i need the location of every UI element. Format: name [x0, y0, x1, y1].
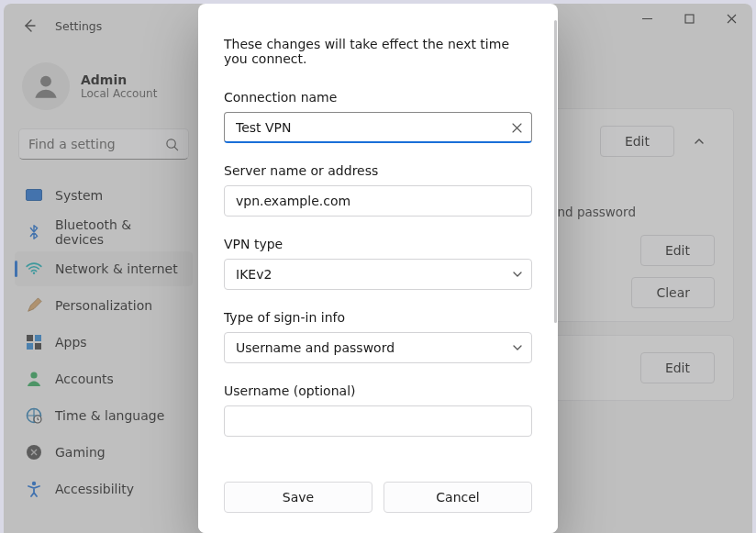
- vpn-type-value: IKEv2: [236, 267, 272, 282]
- server-input[interactable]: [224, 185, 532, 217]
- username-input[interactable]: [224, 405, 532, 437]
- edit-vpn-dialog: These changes will take effect the next …: [198, 4, 558, 533]
- dialog-footer: Save Cancel: [198, 469, 558, 533]
- dialog-scrollbar[interactable]: [554, 20, 557, 323]
- cancel-button[interactable]: Cancel: [384, 482, 532, 513]
- signin-type-select[interactable]: Username and password: [224, 332, 532, 363]
- signin-type-label: Type of sign-in info: [224, 310, 532, 325]
- field-server: Server name or address: [224, 163, 532, 217]
- field-signin-type: Type of sign-in info Username and passwo…: [224, 310, 532, 363]
- field-username: Username (optional): [224, 383, 532, 437]
- connection-name-label: Connection name: [224, 90, 532, 105]
- vpn-type-label: VPN type: [224, 237, 532, 251]
- server-label: Server name or address: [224, 163, 532, 178]
- username-label: Username (optional): [224, 383, 532, 398]
- field-vpn-type: VPN type IKEv2: [224, 237, 532, 290]
- clear-input-button[interactable]: [508, 119, 525, 136]
- dialog-body: These changes will take effect the next …: [198, 4, 558, 469]
- settings-window: Settings Admin Local Account Find a sett…: [4, 4, 752, 533]
- connection-name-input[interactable]: [224, 112, 532, 143]
- vpn-type-select[interactable]: IKEv2: [224, 259, 532, 290]
- field-connection-name: Connection name: [224, 90, 532, 143]
- dialog-notice: These changes will take effect the next …: [224, 37, 532, 66]
- signin-type-value: Username and password: [236, 340, 395, 355]
- x-icon: [512, 123, 522, 133]
- save-button[interactable]: Save: [224, 482, 372, 513]
